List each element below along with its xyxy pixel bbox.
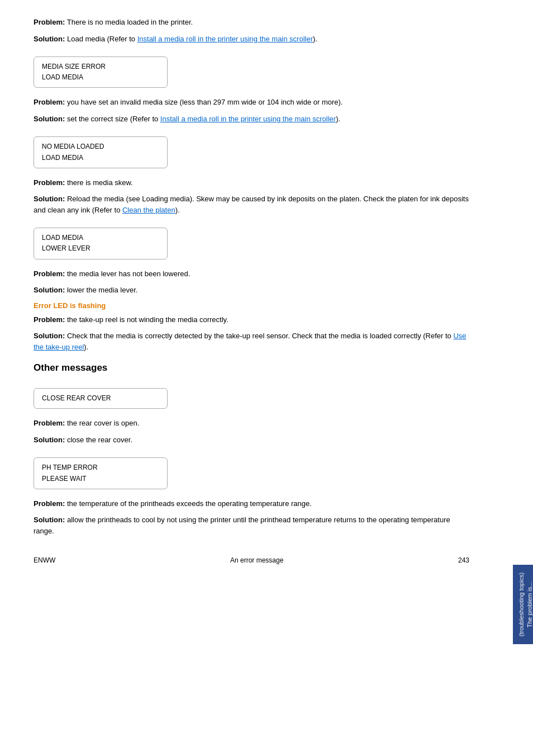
message-box-4: CLOSE REAR COVER — [34, 388, 168, 409]
solution-end-5: ). — [84, 343, 88, 351]
solution-text-4: lower the media lever. — [65, 286, 137, 294]
block4-problem: Problem: the media lever has not been lo… — [34, 268, 469, 280]
box2-line2: LOAD MEDIA — [42, 153, 159, 163]
solution-end-1: ). — [313, 35, 317, 43]
footer-page: 243 — [458, 556, 469, 564]
solution-label-6: Solution: — [34, 436, 65, 444]
block7-solution: Solution: allow the printheads to cool b… — [34, 514, 469, 536]
message-box-5: PH TEMP ERROR PLEASE WAIT — [34, 457, 168, 489]
error-led-heading: Error LED is flashing — [34, 301, 469, 310]
solution-label-5: Solution: — [34, 332, 65, 340]
solution-end-2: ). — [336, 115, 340, 123]
box5-line1: PH TEMP ERROR — [42, 462, 159, 473]
solution-label-3: Solution: — [34, 195, 65, 203]
problem-text-3: there is media skew. — [65, 178, 132, 187]
block3-solution: Solution: Reload the media (see Loading … — [34, 193, 469, 215]
solution-text-6: close the rear cover. — [65, 436, 132, 444]
solution-text-7: allow the printheads to cool by not usin… — [34, 516, 450, 535]
solution-link-2[interactable]: Install a media roll in the printer usin… — [160, 115, 336, 123]
box3-line1: LOAD MEDIA — [42, 233, 159, 243]
block6-solution: Solution: close the rear cover. — [34, 434, 469, 446]
problem-label-7: Problem: — [34, 499, 65, 508]
page-content: Problem: There is no media loaded in the… — [0, 0, 503, 575]
box2-line1: NO MEDIA LOADED — [42, 141, 159, 152]
box5-line2: PLEASE WAIT — [42, 474, 159, 484]
solution-text-1: Load media (Refer to — [65, 35, 137, 43]
problem-text-5: the take-up reel is not winding the medi… — [65, 315, 228, 324]
solution-text-5: Check that the media is correctly detect… — [65, 332, 453, 340]
box1-line2: LOAD MEDIA — [42, 72, 159, 83]
message-box-3: LOAD MEDIA LOWER LEVER — [34, 228, 168, 259]
right-tab: (troubleshooting topics) The problem is.… — [513, 565, 533, 644]
box4-line1: CLOSE REAR COVER — [42, 393, 159, 404]
box1-line1: MEDIA SIZE ERROR — [42, 62, 159, 72]
solution-text-2: set the correct size (Refer to — [65, 115, 160, 123]
block1-problem: Problem: There is no media loaded in the… — [34, 17, 469, 28]
block5-solution: Solution: Check that the media is correc… — [34, 330, 469, 352]
block6-problem: Problem: the rear cover is open. — [34, 418, 469, 429]
solution-link-3[interactable]: Clean the platen — [122, 206, 175, 214]
footer-center: An error message — [230, 556, 283, 564]
solution-link-1[interactable]: Install a media roll in the printer usin… — [137, 35, 313, 43]
problem-label-6: Problem: — [34, 419, 65, 427]
solution-text-3: Reload the media (see Loading media). Sk… — [34, 195, 469, 214]
message-box-1: MEDIA SIZE ERROR LOAD MEDIA — [34, 56, 168, 88]
right-tab-line2: (troubleshooting topics) — [518, 573, 525, 636]
problem-label-1: Problem: — [34, 18, 65, 26]
box3-line2: LOWER LEVER — [42, 243, 159, 254]
problem-text-6: the rear cover is open. — [65, 419, 139, 427]
block1-solution: Solution: Load media (Refer to Install a… — [34, 34, 469, 45]
problem-label-3: Problem: — [34, 178, 65, 187]
right-tab-line1: The problem is... — [526, 582, 533, 627]
problem-label-4: Problem: — [34, 270, 65, 278]
footer-left: ENWW — [34, 556, 55, 564]
problem-text-2: you have set an invalid media size (less… — [65, 98, 342, 106]
solution-end-3: ). — [175, 206, 180, 214]
message-box-2: NO MEDIA LOADED LOAD MEDIA — [34, 136, 168, 168]
solution-label-1: Solution: — [34, 35, 65, 43]
solution-label-4: Solution: — [34, 286, 65, 294]
block2-problem: Problem: you have set an invalid media s… — [34, 97, 469, 108]
block4-solution: Solution: lower the media lever. — [34, 285, 469, 296]
problem-label-5: Problem: — [34, 315, 65, 324]
block2-solution: Solution: set the correct size (Refer to… — [34, 114, 469, 125]
problem-text-1: There is no media loaded in the printer. — [65, 18, 193, 26]
other-messages-heading: Other messages — [34, 362, 469, 374]
block7-problem: Problem: the temperature of the printhea… — [34, 498, 469, 509]
problem-text-4: the media lever has not been lowered. — [65, 270, 190, 278]
footer: ENWW An error message 243 — [34, 556, 469, 564]
solution-label-2: Solution: — [34, 115, 65, 123]
problem-label-2: Problem: — [34, 98, 65, 106]
block5-problem: Problem: the take-up reel is not winding… — [34, 314, 469, 325]
block3-problem: Problem: there is media skew. — [34, 177, 469, 188]
solution-label-7: Solution: — [34, 516, 65, 524]
problem-text-7: the temperature of the printheads exceed… — [65, 499, 312, 508]
